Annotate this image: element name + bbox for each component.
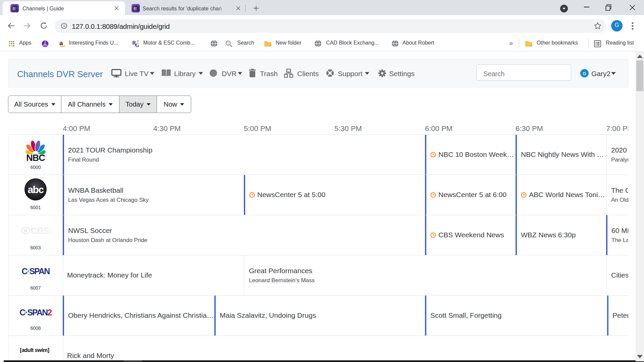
svg-text:CBS: CBS [31,226,49,236]
svg-text:abc: abc [28,184,44,195]
svg-text:G: G [135,43,139,48]
svg-text:a: a [59,40,63,47]
